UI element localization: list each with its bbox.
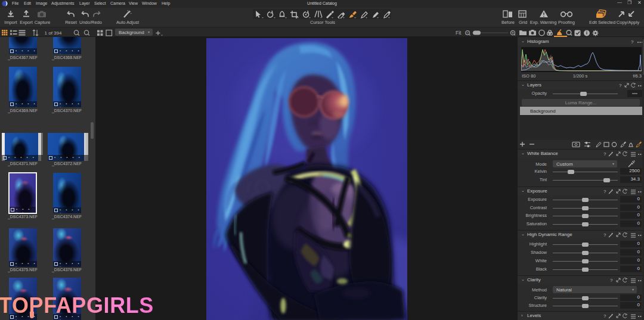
svg-text:?: ? [603,313,606,319]
svg-text:?: ? [603,232,606,238]
svg-text:?: ? [619,83,622,88]
svg-text:?: ? [603,189,606,194]
svg-text:?: ? [631,39,634,45]
svg-text:?: ? [603,151,606,157]
svg-text:Fit: Fit [456,30,462,36]
svg-text:?: ? [610,278,613,283]
